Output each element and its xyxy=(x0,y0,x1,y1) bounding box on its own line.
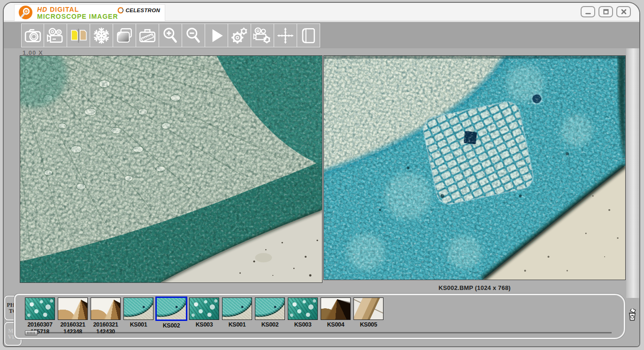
measurement-tools-button[interactable] xyxy=(136,23,159,47)
freeze-frame-button[interactable] xyxy=(90,23,113,47)
scrollbar-handle[interactable] xyxy=(25,330,38,335)
photo-capture-icon xyxy=(23,26,42,45)
app-title: HDDIGITAL MICROSCOPE IMAGER xyxy=(37,6,118,20)
left-microscope-image xyxy=(20,56,322,282)
scrollbar-track[interactable] xyxy=(38,332,612,334)
thumbnail-label: KS003 xyxy=(288,321,318,328)
compare-images-button[interactable] xyxy=(67,23,90,47)
freeze-frame-icon xyxy=(92,26,111,45)
hd-label: HD xyxy=(37,6,47,13)
thumbnail-scrollbar xyxy=(25,330,612,336)
settings-button[interactable] xyxy=(228,23,251,47)
close-button[interactable] xyxy=(616,6,631,17)
calibration-button[interactable] xyxy=(274,23,297,47)
zoom-out-icon xyxy=(184,26,203,45)
thumbnail-panel: 20160307155718 20160321142348 2016032114… xyxy=(14,294,625,339)
title-bar: HDDIGITAL MICROSCOPE IMAGER CELESTRON xyxy=(4,3,639,21)
recycle-bin-icon xyxy=(627,309,637,321)
thumbnail-image xyxy=(155,297,187,321)
thumbnail-image xyxy=(222,297,252,320)
minimize-icon xyxy=(585,8,591,15)
close-icon xyxy=(621,8,627,15)
selected-file-caption: KS002.BMP (1024 x 768) xyxy=(323,284,626,291)
video-settings-icon xyxy=(253,26,272,45)
app-logo: HDDIGITAL MICROSCOPE IMAGER CELESTRON xyxy=(14,4,165,22)
thumbnail-label: KS003 xyxy=(189,321,219,328)
minimize-button[interactable] xyxy=(581,6,595,17)
measurement-tools-icon xyxy=(138,26,157,45)
right-microscope-image xyxy=(324,56,625,280)
thumbnail-image xyxy=(91,297,121,320)
zoom-out-button[interactable] xyxy=(182,23,205,47)
thumbnail-label: KS001 xyxy=(123,321,153,328)
microscope-imager-label: MICROSCOPE IMAGER xyxy=(37,13,118,20)
help-book-icon xyxy=(299,26,318,45)
thumbnail-label: KS001 xyxy=(222,321,252,328)
play-icon xyxy=(207,26,226,45)
recycle-bin-button[interactable] xyxy=(627,309,638,323)
browse-files-icon xyxy=(115,26,134,45)
thumbnail-image xyxy=(189,297,219,320)
help-book-button[interactable] xyxy=(297,23,320,47)
celestron-logo: CELESTRON xyxy=(117,7,160,14)
calibration-icon xyxy=(276,26,295,45)
thumbnail-label: KS002 xyxy=(255,321,285,328)
toolbar xyxy=(4,22,639,48)
play-button[interactable] xyxy=(205,23,228,47)
thumbnail-image xyxy=(25,297,55,320)
app-window: HDDIGITAL MICROSCOPE IMAGER CELESTRON xyxy=(3,2,640,347)
video-settings-button[interactable] xyxy=(251,23,274,47)
magnifier-logo-icon xyxy=(18,5,33,21)
video-record-icon xyxy=(46,26,65,45)
thumbnail-label: KS002 xyxy=(156,322,186,329)
thumbnail-image xyxy=(288,297,318,320)
right-specimen-view[interactable] xyxy=(323,55,626,280)
thumbnail-image xyxy=(255,297,285,320)
browse-files-button[interactable] xyxy=(113,23,136,47)
zoom-in-button[interactable] xyxy=(159,23,182,47)
thumbnail-image xyxy=(123,297,153,320)
photo-capture-button[interactable] xyxy=(21,23,44,47)
left-specimen-view[interactable] xyxy=(20,55,322,283)
thumbnail-image xyxy=(58,297,88,320)
celestron-label: CELESTRON xyxy=(125,8,160,13)
thumbnail-image xyxy=(321,297,351,320)
main-area: 1.00 X xyxy=(4,48,639,346)
thumbnail-label: KS004 xyxy=(321,321,351,328)
window-controls xyxy=(581,6,631,17)
celestron-orb-icon xyxy=(117,7,124,14)
thumbnail-label: KS005 xyxy=(353,321,383,328)
digital-label: DIGITAL xyxy=(50,6,79,13)
maximize-button[interactable] xyxy=(598,6,613,17)
compare-images-icon xyxy=(69,26,88,45)
right-frame-strip xyxy=(626,48,639,298)
toolbar-strip xyxy=(21,23,320,47)
zoom-in-icon xyxy=(161,26,180,45)
settings-icon xyxy=(230,26,249,45)
thumbnail-image xyxy=(353,297,383,320)
maximize-icon xyxy=(603,8,609,15)
video-record-button[interactable] xyxy=(44,23,67,47)
